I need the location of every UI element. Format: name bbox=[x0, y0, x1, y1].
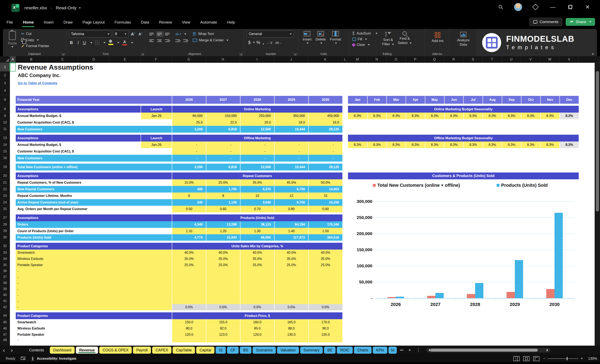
input-cell[interactable]: - bbox=[172, 142, 206, 148]
cell-A9[interactable] bbox=[10, 113, 16, 119]
seasonality-cell[interactable]: 8.3% bbox=[348, 142, 367, 148]
tab-page-layout[interactable]: Page Layout bbox=[82, 19, 105, 26]
calc-cell[interactable]: 3,200 bbox=[172, 164, 206, 170]
zoom-slider[interactable]: − + bbox=[543, 356, 583, 361]
cell-A14[interactable] bbox=[10, 142, 16, 148]
cell-A8[interactable] bbox=[10, 106, 16, 113]
cell-A13[interactable] bbox=[10, 135, 16, 142]
input-cell[interactable] bbox=[206, 292, 240, 298]
input-cell[interactable]: 45.0% bbox=[274, 179, 308, 186]
column-header-H[interactable]: H bbox=[206, 56, 240, 63]
seasonality-cell[interactable]: 8.3% bbox=[406, 142, 425, 148]
column-header-L[interactable]: L bbox=[342, 56, 348, 63]
seasonality-cell[interactable]: 8.3% bbox=[444, 113, 463, 119]
input-cell[interactable] bbox=[206, 274, 240, 280]
category-label[interactable]: - bbox=[16, 268, 172, 274]
seasonality-cell[interactable]: 8.3% bbox=[483, 142, 502, 148]
row-header-5[interactable] bbox=[0, 94, 10, 96]
input-cell[interactable]: 123.0 bbox=[206, 332, 240, 338]
seasonality-cell[interactable]: 8.3% bbox=[540, 113, 560, 119]
seasonality-cell[interactable]: 8.3% bbox=[463, 113, 483, 119]
input-cell[interactable]: 250,000 bbox=[240, 113, 274, 119]
input-cell[interactable] bbox=[274, 286, 308, 292]
input-cell[interactable]: 15 bbox=[308, 192, 342, 199]
calc-cell[interactable]: 3,646 bbox=[240, 199, 274, 206]
cell-A35[interactable] bbox=[10, 262, 16, 268]
insert-cells-button[interactable]: Insert bbox=[303, 31, 312, 44]
input-cell[interactable] bbox=[308, 286, 342, 292]
input-cell[interactable]: 40.0% bbox=[172, 250, 206, 256]
align-bottom-icon[interactable] bbox=[164, 31, 171, 37]
accessibility-status[interactable]: Accessibility: Investigate bbox=[37, 357, 76, 361]
document-title[interactable]: reseller.xlsx - Read-Only bbox=[24, 5, 81, 10]
cell-A29[interactable] bbox=[10, 228, 16, 234]
input-cell[interactable]: 16.0 bbox=[308, 119, 342, 126]
seasonality-cell[interactable]: 8.3% bbox=[560, 142, 579, 148]
column-header-W[interactable]: W bbox=[540, 56, 560, 63]
seasonality-cell[interactable]: 8.3% bbox=[540, 142, 560, 148]
calc-cell[interactable]: 36,115 bbox=[240, 221, 274, 228]
sheet-tab-scenarios[interactable]: Scenarios bbox=[253, 347, 276, 354]
row-header-22[interactable]: 22 bbox=[0, 186, 10, 192]
row-header-46[interactable]: 46 bbox=[0, 325, 10, 332]
sheet-tab-cf[interactable]: CF bbox=[227, 347, 239, 354]
sheet-tab-summary[interactable]: Summary bbox=[300, 347, 323, 354]
seasonality-cell[interactable]: 8.3% bbox=[425, 142, 444, 148]
decrease-decimal-icon[interactable]: .00→ bbox=[273, 41, 283, 45]
row-header-12[interactable] bbox=[0, 133, 10, 135]
sheet-tab-revenue[interactable]: Revenue bbox=[76, 347, 98, 354]
row-header-36[interactable]: 36 bbox=[0, 268, 10, 274]
input-cell[interactable]: 12 bbox=[274, 192, 308, 199]
input-cell[interactable]: 170.0 bbox=[308, 319, 342, 325]
seasonality-cell[interactable]: 8.3% bbox=[502, 142, 521, 148]
decrease-font-icon[interactable]: A˅ bbox=[138, 32, 143, 36]
increase-font-icon[interactable]: A˄ bbox=[130, 32, 136, 36]
input-cell[interactable]: 15.0% bbox=[172, 179, 206, 186]
seasonality-cell[interactable]: 8.3% bbox=[386, 142, 406, 148]
category-label[interactable]: - bbox=[16, 292, 172, 298]
input-cell[interactable]: 1.20 bbox=[206, 228, 240, 234]
zoom-in-icon[interactable]: + bbox=[581, 356, 583, 361]
row-header-19[interactable] bbox=[0, 170, 10, 173]
tabs-scroll-left-icon[interactable]: ‹ bbox=[0, 347, 8, 353]
calc-cell[interactable]: 176,344 bbox=[308, 221, 342, 228]
add-sheet-button[interactable]: + bbox=[406, 347, 413, 353]
cell-A44[interactable] bbox=[10, 312, 16, 319]
column-header-T[interactable]: T bbox=[483, 56, 502, 63]
seasonality-cell[interactable]: 8.3% bbox=[367, 113, 386, 119]
input-cell[interactable] bbox=[240, 292, 274, 298]
tab-data[interactable]: Data bbox=[141, 19, 150, 26]
row-header-16[interactable]: 16 bbox=[0, 155, 10, 162]
cell-A25[interactable] bbox=[10, 206, 16, 212]
cell-A10[interactable] bbox=[10, 119, 16, 126]
sheet-tab-contents[interactable]: Contents bbox=[25, 347, 49, 354]
hscroll-right-icon[interactable] bbox=[547, 349, 550, 352]
tab-home[interactable]: Home bbox=[23, 19, 34, 26]
cell-A38[interactable] bbox=[10, 280, 16, 286]
cell-A42[interactable] bbox=[10, 304, 16, 310]
category-label[interactable]: - bbox=[16, 280, 172, 286]
borders-icon[interactable] bbox=[95, 41, 99, 45]
row-header-13[interactable]: 13 bbox=[0, 135, 10, 142]
input-cell[interactable]: - bbox=[206, 148, 240, 155]
row-header-17[interactable] bbox=[0, 162, 10, 164]
input-cell[interactable]: 0.60 bbox=[206, 206, 240, 212]
align-top-icon[interactable] bbox=[149, 31, 156, 37]
sheet-tab-charts[interactable]: Charts bbox=[354, 347, 372, 354]
cell-A21[interactable] bbox=[10, 179, 16, 186]
column-header-N[interactable]: N bbox=[367, 56, 386, 63]
seasonality-cell[interactable]: 8.3% bbox=[444, 142, 463, 148]
total-cell[interactable]: 0.0% bbox=[274, 304, 308, 310]
row-header-32[interactable]: 32 bbox=[0, 243, 10, 250]
column-header-S[interactable]: S bbox=[463, 56, 483, 63]
seasonality-cell[interactable]: 8.3% bbox=[463, 142, 483, 148]
cell-A32[interactable] bbox=[10, 243, 16, 250]
row-header-20[interactable]: 20 bbox=[0, 173, 10, 179]
total-cell[interactable]: 0.0% bbox=[308, 304, 342, 310]
row-header-40[interactable]: 40 bbox=[0, 292, 10, 298]
horizontal-scrollbar-thumb[interactable] bbox=[430, 349, 538, 352]
input-cell[interactable] bbox=[274, 280, 308, 286]
cell-A18[interactable] bbox=[10, 164, 16, 170]
sheet-tab-capex[interactable]: CAPEX bbox=[152, 347, 171, 354]
input-cell[interactable]: - bbox=[274, 142, 308, 148]
